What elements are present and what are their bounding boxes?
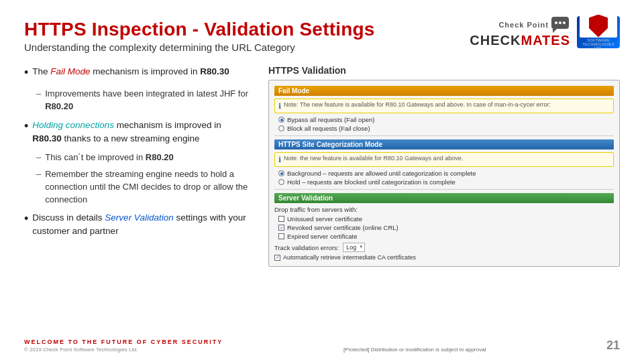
auto-retrieve-label: Automatically retrieve intermediate CA c…	[283, 254, 416, 261]
fail-mode-info: ℹ Note: The new feature is available for…	[274, 99, 614, 113]
checkbox-revoked: Revoked server certificate (online CRL)	[278, 224, 614, 231]
checkbox-expired-box[interactable]	[278, 233, 284, 239]
checkpoint-label: Check Point	[498, 21, 549, 29]
checkmates-logo: Check Point CHECK MATES	[470, 17, 570, 48]
fail-mode-note: Note: The new feature is available for R…	[284, 101, 551, 109]
main-title: HTTPS Inspection - Validation Settings	[24, 19, 375, 40]
sub-bullet-2-1: – This can´t be improved in R80.20	[36, 152, 252, 164]
content-area: • The Fail Mode mechanism is improved in…	[24, 65, 620, 267]
track-row: Track validation errors: Log	[274, 243, 614, 252]
mates-part: MATES	[521, 33, 570, 48]
info-icon: ℹ	[278, 102, 281, 111]
bullet-item-3: • Discuss in details Server Validation s…	[24, 211, 252, 237]
checkbox-revoked-box[interactable]	[278, 225, 284, 231]
radio-block: Block all requests (Fail close)	[278, 125, 614, 132]
bullet-item-2: • Holding connections mechanism is impro…	[24, 119, 252, 145]
left-panel: • The Fail Mode mechanism is improved in…	[24, 65, 252, 267]
server-validation-highlight: Server Validation	[105, 213, 173, 223]
radio-block-label: Block all requests (Fail close)	[287, 125, 370, 132]
sub-bullet-text-2-2: Remember the streaming engine needs to h…	[45, 168, 252, 206]
logo-area: Check Point CHECK MATES	[470, 16, 620, 48]
footer: WELCOME TO THE FUTURE OF CYBER SECURITY …	[24, 339, 620, 353]
categorization-note: Note: the new feature is available for R…	[284, 155, 463, 163]
cp-shield-icon	[589, 15, 608, 38]
bullet-text-1: The Fail Mode mechanism is improved in R…	[32, 65, 252, 78]
copyright-text: © 2019 Check Point Software Technologies…	[24, 347, 223, 353]
cp-logo-box: SOFTWARE TECHNOLOGIES LTD.	[577, 16, 620, 48]
radio-block-circle[interactable]	[278, 125, 284, 131]
cp-logo-label: SOFTWARE TECHNOLOGIES LTD.	[580, 38, 617, 50]
sub-dash: –	[36, 88, 41, 101]
drop-traffic-label: Drop traffic from servers with:	[274, 206, 614, 213]
svg-point-2	[559, 21, 561, 24]
header-text: HTTPS Inspection - Validation Settings U…	[24, 19, 375, 53]
checkbox-unissued-label: Unissued server certificate	[287, 215, 362, 223]
chat-icon	[551, 17, 570, 33]
checkbox-revoked-label: Revoked server certificate (online CRL)	[287, 224, 398, 231]
bullet-text-2: Holding connections mechanism is improve…	[32, 119, 252, 145]
svg-point-3	[563, 21, 566, 24]
sub-bullet-1-1: – Improvements have been integrated in l…	[36, 88, 252, 113]
sub-dash-2-2: –	[36, 168, 41, 181]
auto-retrieve-checkbox[interactable]	[274, 255, 280, 261]
categorization-info: ℹ Note: the new feature is available for…	[274, 152, 614, 167]
panel-title: HTTPS Validation	[268, 65, 620, 76]
radio-hold-circle[interactable]	[278, 179, 284, 185]
track-dropdown[interactable]: Log	[343, 243, 365, 252]
radio-background-circle[interactable]	[278, 170, 284, 176]
separator-1	[274, 135, 614, 136]
checkbox-expired: Expired server certificate	[278, 233, 614, 240]
bullet-dot-2: •	[24, 117, 28, 135]
sub-bullet-text-1-1: Improvements have been integrated in lat…	[45, 88, 252, 113]
radio-bypass-circle[interactable]	[278, 117, 284, 123]
checkbox-expired-label: Expired server certificate	[287, 233, 358, 240]
sub-bullet-text-2-1: This can´t be improved in R80.20	[45, 152, 174, 164]
bullet-text-3: Discuss in details Server Validation set…	[32, 211, 252, 237]
svg-point-1	[555, 21, 557, 24]
radio-hold: Hold – requests are blocked until catego…	[278, 178, 614, 186]
sub-bullets-1: – Improvements have been integrated in l…	[36, 88, 252, 113]
footer-left: WELCOME TO THE FUTURE OF CYBER SECURITY …	[24, 339, 223, 353]
separator-2	[274, 189, 614, 190]
sub-dash-2-1: –	[36, 152, 41, 164]
info-icon-2: ℹ	[278, 156, 281, 164]
header-area: HTTPS Inspection - Validation Settings U…	[24, 19, 620, 53]
checkbox-unissued-box[interactable]	[278, 216, 284, 222]
footer-center: [Protected] Distribution or modification…	[343, 347, 486, 353]
radio-background-label: Background – requests are allowed until …	[287, 170, 476, 177]
radio-hold-label: Hold – requests are blocked until catego…	[287, 178, 455, 186]
subtitle: Understanding the complexity determining…	[24, 42, 375, 53]
bullet-dot-1: •	[24, 64, 28, 81]
sub-bullets-2: – This can´t be improved in R80.20 – Rem…	[36, 152, 252, 206]
check-part: CHECK	[470, 33, 521, 48]
radio-bypass: Bypass all requests (Fail open)	[278, 116, 614, 123]
right-panel: HTTPS Validation Fail Mode ℹ Note: The n…	[268, 65, 620, 267]
page-number: 21	[606, 339, 620, 353]
slide: HTTPS Inspection - Validation Settings U…	[0, 0, 644, 362]
validation-box: Fail Mode ℹ Note: The new feature is ava…	[268, 80, 620, 267]
fail-mode-header: Fail Mode	[274, 86, 614, 96]
checkbox-unissued: Unissued server certificate	[278, 215, 614, 223]
categorization-header: HTTPS Site Categorization Mode	[274, 139, 614, 149]
bullet-item-1: • The Fail Mode mechanism is improved in…	[24, 65, 252, 81]
auto-retrieve-row: Automatically retrieve intermediate CA c…	[274, 254, 614, 261]
radio-background: Background – requests are allowed until …	[278, 170, 614, 177]
radio-bypass-label: Bypass all requests (Fail open)	[287, 116, 374, 123]
track-label: Track validation errors:	[274, 244, 339, 251]
server-validation-header: Server Validation	[274, 193, 614, 203]
bullet-dot-3: •	[24, 210, 28, 227]
checkmates-text: CHECK MATES	[470, 33, 570, 48]
sub-bullet-2-2: – Remember the streaming engine needs to…	[36, 168, 252, 206]
holding-connections-highlight: Holding connections	[32, 120, 114, 130]
fail-mode-highlight: Fail Mode	[50, 66, 90, 76]
cp-logo-inner	[580, 15, 617, 38]
welcome-text: WELCOME TO THE FUTURE OF CYBER SECURITY	[24, 339, 223, 345]
